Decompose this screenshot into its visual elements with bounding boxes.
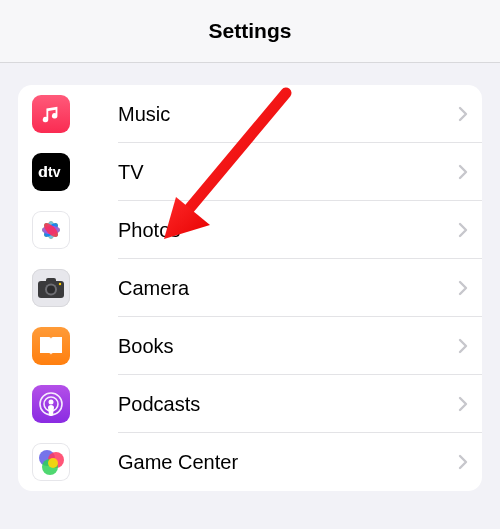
chevron-right-icon xyxy=(458,280,468,296)
row-photos[interactable]: Photos xyxy=(18,201,482,259)
svg-point-20 xyxy=(48,458,58,468)
chevron-right-icon xyxy=(458,338,468,354)
row-label: Photos xyxy=(118,219,458,242)
podcasts-icon xyxy=(32,385,70,423)
photos-icon xyxy=(32,211,70,249)
svg-point-13 xyxy=(59,283,61,285)
chevron-right-icon xyxy=(458,454,468,470)
row-camera[interactable]: Camera xyxy=(18,259,482,317)
row-label: Camera xyxy=(118,277,458,300)
row-podcasts[interactable]: Podcasts xyxy=(18,375,482,433)
row-label: TV xyxy=(118,161,458,184)
row-books[interactable]: Books xyxy=(18,317,482,375)
gamecenter-icon xyxy=(32,443,70,481)
header: Settings xyxy=(0,0,500,63)
row-label: Podcasts xyxy=(118,393,458,416)
row-label: Music xyxy=(118,103,458,126)
chevron-right-icon xyxy=(458,106,468,122)
row-tv[interactable]: 𝗱tv TV xyxy=(18,143,482,201)
chevron-right-icon xyxy=(458,164,468,180)
music-icon xyxy=(32,95,70,133)
tv-icon: 𝗱tv xyxy=(32,153,70,191)
page-title: Settings xyxy=(209,19,292,43)
camera-icon xyxy=(32,269,70,307)
books-icon xyxy=(32,327,70,365)
svg-text:𝗱tv: 𝗱tv xyxy=(38,164,61,180)
settings-group: Music 𝗱tv TV xyxy=(18,85,482,491)
svg-point-16 xyxy=(49,400,54,405)
svg-rect-10 xyxy=(46,278,56,283)
content: Music 𝗱tv TV xyxy=(0,63,500,491)
svg-point-12 xyxy=(47,286,55,294)
row-gamecenter[interactable]: Game Center xyxy=(18,433,482,491)
chevron-right-icon xyxy=(458,396,468,412)
row-label: Books xyxy=(118,335,458,358)
row-label: Game Center xyxy=(118,451,458,474)
row-music[interactable]: Music xyxy=(18,85,482,143)
chevron-right-icon xyxy=(458,222,468,238)
